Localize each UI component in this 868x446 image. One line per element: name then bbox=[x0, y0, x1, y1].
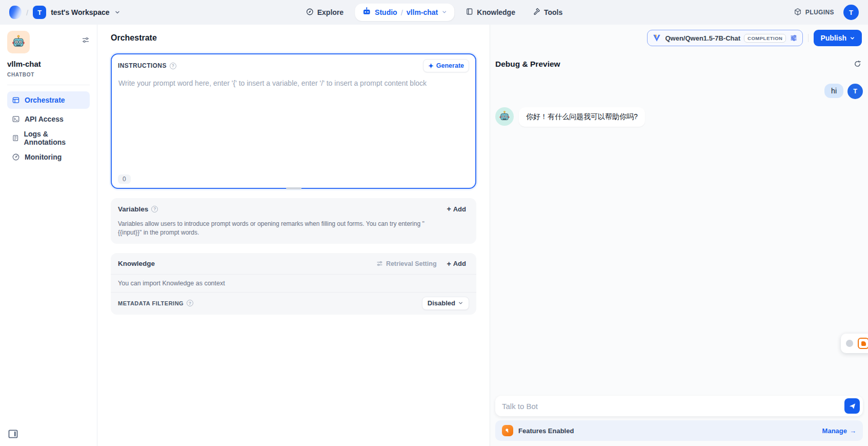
plus-icon: + bbox=[447, 205, 451, 213]
slash-divider: / bbox=[401, 8, 403, 17]
app-type-badge: CHATBOT bbox=[7, 72, 90, 77]
help-icon[interactable]: ? bbox=[187, 300, 193, 306]
chat-input-row bbox=[495, 396, 863, 416]
bot-message-row: 你好！有什么问题我可以帮助你吗? bbox=[495, 107, 863, 127]
char-count: 0 bbox=[118, 174, 131, 184]
nav-item-tools[interactable]: Tools bbox=[527, 4, 569, 21]
model-tune-icon[interactable] bbox=[790, 34, 798, 42]
chevron-down-icon[interactable] bbox=[441, 8, 447, 17]
chevron-down-icon bbox=[850, 35, 855, 41]
slash-divider: / bbox=[26, 8, 28, 17]
instructions-footer: 0 bbox=[112, 170, 475, 188]
chevron-down-icon[interactable] bbox=[114, 9, 120, 15]
generate-label: Generate bbox=[436, 62, 464, 69]
top-header: / T test's Workspace Explore Studio / vl… bbox=[0, 0, 868, 25]
workspace-avatar[interactable]: T bbox=[33, 6, 46, 19]
sidebar-item-api-access[interactable]: API Access bbox=[7, 110, 90, 128]
sparkle-icon: ✦ bbox=[428, 62, 434, 70]
knowledge-title: Knowledge bbox=[118, 260, 155, 267]
divider bbox=[7, 85, 90, 85]
features-bar: Features Enabled Manage → bbox=[495, 420, 863, 441]
model-selector[interactable]: Qwen/Qwen1.5-7B-Chat COMPLETION bbox=[647, 30, 803, 46]
variables-header: Variables ? + Add bbox=[111, 198, 476, 218]
explore-icon bbox=[306, 8, 314, 17]
user-message-row: hi T bbox=[495, 84, 863, 99]
gauge-icon bbox=[12, 153, 20, 161]
app-name: vllm-chat bbox=[7, 60, 90, 68]
chevron-down-icon bbox=[458, 300, 463, 306]
restart-conversation-button[interactable] bbox=[852, 59, 863, 69]
header-left: / T test's Workspace bbox=[9, 6, 120, 19]
help-icon[interactable]: ? bbox=[170, 63, 176, 69]
robot-emoji-icon bbox=[498, 110, 511, 123]
widget-dot-icon bbox=[846, 340, 853, 347]
hammer-icon bbox=[533, 8, 540, 17]
retrieval-setting-label: Retrieval Setting bbox=[386, 260, 437, 267]
publish-label: Publish bbox=[820, 34, 846, 42]
logs-icon bbox=[12, 134, 19, 142]
user-message-bubble: hi bbox=[824, 84, 843, 98]
features-icon bbox=[502, 425, 513, 436]
sidebar-menu: Orchestrate API Access Logs & Annotation… bbox=[7, 91, 90, 166]
sidebar-item-label: Monitoring bbox=[25, 153, 62, 161]
instructions-card: INSTRUCTIONS ? ✦ Generate 0 bbox=[111, 53, 476, 189]
retrieval-settings-icon bbox=[376, 260, 383, 267]
widget-orange-logo-icon bbox=[858, 338, 868, 349]
metadata-filtering-dropdown[interactable]: Disabled bbox=[422, 297, 469, 310]
retrieval-setting-button[interactable]: Retrieval Setting bbox=[376, 260, 437, 267]
workspace-shell: vllm-chat CHATBOT Orchestrate API Access… bbox=[0, 25, 868, 446]
add-variable-button[interactable]: + Add bbox=[444, 203, 469, 215]
knowledge-header: Knowledge Retrieval Setting + Add bbox=[111, 253, 476, 275]
robot-emoji-icon bbox=[11, 34, 26, 50]
robot-icon bbox=[362, 7, 371, 18]
sidebar-item-label: Orchestrate bbox=[25, 96, 65, 104]
sidebar-item-orchestrate[interactable]: Orchestrate bbox=[7, 91, 90, 109]
page-title: Orchestrate bbox=[111, 33, 157, 43]
dify-logo-icon[interactable] bbox=[9, 6, 22, 19]
terminal-icon bbox=[12, 115, 20, 123]
workspace-name[interactable]: test's Workspace bbox=[51, 8, 109, 16]
nav-item-studio[interactable]: Studio / vllm-chat bbox=[355, 4, 454, 21]
metadata-filtering-label: METADATA FILTERING bbox=[118, 300, 184, 306]
prompt-input[interactable] bbox=[112, 74, 475, 170]
app-settings-sliders-icon[interactable] bbox=[82, 36, 90, 46]
floating-widget[interactable] bbox=[841, 334, 868, 353]
sidebar-item-logs-annotations[interactable]: Logs & Annotations bbox=[7, 129, 90, 147]
send-button[interactable] bbox=[844, 398, 860, 414]
bot-message-bubble: 你好！有什么问题我可以帮助你吗? bbox=[519, 107, 645, 127]
nav-label-studio: Studio bbox=[375, 8, 397, 16]
chat-area: hi T bbox=[490, 72, 868, 396]
debug-title: Debug & Preview bbox=[495, 60, 560, 69]
knowledge-card: Knowledge Retrieval Setting + Add You ca… bbox=[111, 253, 476, 315]
plugins-button[interactable]: PLUGINS bbox=[794, 8, 834, 17]
manage-features-link[interactable]: Manage → bbox=[822, 427, 856, 435]
knowledge-description: You can import Knowledge as context bbox=[111, 275, 476, 293]
user-avatar[interactable]: T bbox=[843, 5, 859, 20]
help-icon[interactable]: ? bbox=[151, 206, 158, 212]
manage-label: Manage bbox=[822, 427, 847, 435]
nav-item-knowledge[interactable]: Knowledge bbox=[459, 4, 521, 21]
collapse-sidebar-button[interactable] bbox=[8, 430, 18, 440]
arrow-right-icon: → bbox=[850, 427, 856, 435]
divider bbox=[808, 34, 809, 42]
refresh-icon bbox=[853, 60, 862, 68]
variables-description: Variables allow users to introduce promp… bbox=[111, 218, 439, 244]
add-knowledge-button[interactable]: + Add bbox=[444, 258, 469, 269]
instructions-title: INSTRUCTIONS bbox=[118, 62, 167, 69]
sidebar-item-label: API Access bbox=[25, 115, 64, 123]
publish-button[interactable]: Publish bbox=[814, 30, 862, 46]
send-icon bbox=[849, 402, 856, 410]
nav-label-tools: Tools bbox=[544, 8, 562, 16]
nav-current-app[interactable]: vllm-chat bbox=[407, 8, 438, 16]
variables-card: Variables ? + Add Variables allow users … bbox=[111, 198, 476, 244]
chat-input[interactable] bbox=[495, 396, 863, 416]
generate-button[interactable]: ✦ Generate bbox=[423, 59, 469, 72]
sidebar-item-monitoring[interactable]: Monitoring bbox=[7, 148, 90, 166]
nav-item-explore[interactable]: Explore bbox=[299, 4, 350, 21]
resize-handle[interactable] bbox=[286, 187, 301, 189]
orchestrate-icon bbox=[12, 96, 20, 104]
add-label: Add bbox=[453, 205, 466, 213]
bot-chat-avatar bbox=[495, 107, 514, 126]
app-icon[interactable] bbox=[7, 31, 30, 53]
app-sidebar: vllm-chat CHATBOT Orchestrate API Access… bbox=[0, 25, 97, 446]
